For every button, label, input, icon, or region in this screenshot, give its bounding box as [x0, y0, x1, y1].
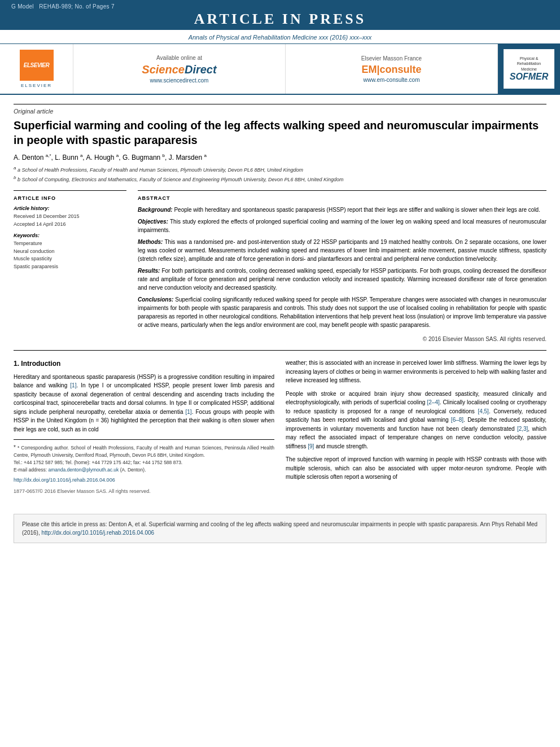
- author-marsden-sup: a: [204, 153, 206, 158]
- doi-copyright: 1877-0657/© 2016 Elsevier Masson SAS. Al…: [14, 488, 274, 496]
- objectives-text: This study explored the effects of prolo…: [138, 219, 546, 233]
- section-divider: [14, 350, 546, 351]
- intro-col2-p3: The subjective report of improved functi…: [286, 455, 546, 482]
- article-content: Original article Superficial warming and…: [0, 95, 560, 505]
- ref-6-8[interactable]: [6–8]: [451, 417, 463, 423]
- methods-text: This was a randomised pre- and post-inte…: [138, 239, 546, 262]
- abstract-methods: Methods: This was a randomised pre- and …: [138, 238, 546, 263]
- abstract-conclusions: Conclusions: Superficial cooling signifi…: [138, 295, 546, 329]
- author-bugmann-sup: b: [163, 153, 165, 158]
- author-bugmann: G. Bugmann: [123, 154, 160, 161]
- history-label: Article history:: [14, 206, 126, 211]
- affiliation-b: b b School of Computing, Electronics and…: [14, 174, 546, 184]
- author-hough-sup: a: [116, 153, 119, 158]
- sciencedirect-logo: ScienceDirect: [142, 63, 216, 76]
- footnote-email: E-mail address: amanda.denton@plymouth.a…: [14, 466, 274, 474]
- sofmer-logo: SOFMER: [510, 72, 548, 82]
- intro-col2-p2: People with stroke or acquired brain inj…: [286, 390, 546, 451]
- methods-label: Methods:: [138, 239, 163, 245]
- elsevier-sub-text: ELSEVIER: [20, 83, 54, 88]
- sd-logo-orange: Science: [142, 63, 185, 76]
- author-hough: A. Hough: [86, 154, 114, 161]
- footnote-star: * * Corresponding author. School of Heal…: [14, 443, 274, 459]
- available-online-text: Available online at: [156, 55, 202, 61]
- footnote-email-link[interactable]: amanda.denton@plymouth.ac.uk: [48, 467, 119, 473]
- ref-2-4[interactable]: [2–4]: [427, 399, 440, 405]
- article-title: Superficial warming and cooling of the l…: [14, 118, 546, 147]
- intro-col2-p1: weather; this is associated with an incr…: [286, 359, 546, 385]
- em-country-text: Elsevier Masson France: [361, 55, 422, 62]
- publisher-row: ELSEVIER ELSEVIER Available online at Sc…: [0, 44, 560, 95]
- top-banner: G Model REHAB-989; No. of Pages 7 ARTICL…: [0, 0, 560, 30]
- abstract-results: Results: For both participants and contr…: [138, 267, 546, 292]
- footnote-tel: Tel.: +44 1752 587 985; Tel. (home): +44…: [14, 459, 274, 466]
- doi-url: http://dx.doi.org/10.1016/j.rehab.2016.0…: [14, 477, 274, 484]
- sofmer-inner: Physical &RehabilitationMedicine SOFMER: [504, 49, 554, 89]
- model-info: G Model REHAB-989; No. of Pages 7: [0, 3, 560, 10]
- authors-line: A. Denton a,*, L. Bunn a, A. Hough a, G.…: [14, 153, 546, 161]
- citation-box: Please cite this article in press as: De…: [14, 514, 546, 543]
- sciencedirect-block: Available online at ScienceDirect www.sc…: [73, 44, 286, 94]
- doi-copyright-text: 1877-0657/© 2016 Elsevier Masson SAS. Al…: [14, 488, 151, 494]
- keywords-list: Temperature Neural conduction Muscle spa…: [14, 240, 126, 270]
- affiliations: a a School of Health Professions, Facult…: [14, 165, 546, 184]
- abstract-background: Background: People with hereditary and s…: [138, 206, 546, 214]
- article-info-panel: ARTICLE INFO Article history: Received 1…: [14, 190, 126, 342]
- background-label: Background:: [138, 207, 173, 213]
- article-type-label: Original article: [14, 104, 546, 115]
- abstract-copyright: © 2016 Elsevier Masson SAS. All rights r…: [138, 334, 546, 342]
- ref-1[interactable]: [1]: [70, 382, 76, 388]
- ref-9[interactable]: [9]: [308, 443, 314, 449]
- results-label: Results:: [138, 268, 160, 274]
- doi-link[interactable]: http://dx.doi.org/10.1016/j.rehab.2016.0…: [14, 477, 115, 483]
- sofmer-title: Physical &RehabilitationMedicine: [517, 56, 541, 71]
- affiliation-a: a a School of Health Professions, Facult…: [14, 165, 546, 174]
- ref-2-3[interactable]: [2,3]: [517, 426, 528, 432]
- objectives-label: Objectives:: [138, 219, 168, 225]
- conclusions-label: Conclusions:: [138, 296, 173, 303]
- author-bunn-sup: a: [80, 153, 82, 158]
- footnotes: * * Corresponding author. School of Heal…: [14, 439, 274, 473]
- rehab-label: REHAB-989; No. of Pages 7: [39, 3, 115, 10]
- results-text: For both participants and controls, cool…: [138, 268, 546, 291]
- elsevier-logo-block: ELSEVIER ELSEVIER: [0, 44, 73, 94]
- author-marsden: J. Marsden: [169, 154, 202, 161]
- sofmer-block: Physical &RehabilitationMedicine SOFMER: [498, 44, 560, 94]
- sciencedirect-url[interactable]: www.sciencedirect.com: [150, 77, 209, 84]
- background-text: People with hereditary and spontaneous s…: [174, 207, 540, 213]
- keywords-label: Keywords:: [14, 233, 126, 238]
- abstract-heading: ABSTRACT: [138, 195, 546, 201]
- received-date: Received 18 December 2015 Accepted 14 Ap…: [14, 213, 126, 228]
- em-logo-consulte: consulte: [380, 64, 422, 75]
- author-denton-sup: a,*: [46, 153, 51, 158]
- article-in-press-title: ARTICLE IN PRESS: [0, 11, 560, 28]
- author-denton: A. Denton: [14, 154, 43, 161]
- g-model-label: G Model: [11, 3, 34, 10]
- journal-title: Annals of Physical and Rehabilitation Me…: [189, 34, 372, 41]
- intro-heading: 1. Introduction: [14, 359, 274, 369]
- intro-two-col: 1. Introduction Hereditary and spontaneo…: [14, 359, 546, 496]
- emconsulte-logo: EM|consulte: [361, 64, 421, 76]
- em-logo-blue: EM: [361, 64, 377, 75]
- intro-col1: 1. Introduction Hereditary and spontaneo…: [14, 359, 274, 496]
- elsevier-icon-text: ELSEVIER: [24, 62, 49, 68]
- emconsulte-block: Elsevier Masson France EM|consulte www.e…: [286, 44, 498, 94]
- intro-col1-p1: Hereditary and spontaneous spastic parap…: [14, 373, 274, 434]
- journal-header: Annals of Physical and Rehabilitation Me…: [0, 30, 560, 44]
- ref-4-5[interactable]: [4,5]: [478, 408, 488, 414]
- ref-1b[interactable]: [1]: [186, 409, 192, 415]
- sd-logo-blue: Direct: [185, 63, 217, 76]
- intro-col2: weather; this is associated with an incr…: [286, 359, 546, 496]
- abstract-objectives: Objectives: This study explored the effe…: [138, 217, 546, 234]
- author-bunn: L. Bunn: [55, 154, 78, 161]
- article-info-heading: ARTICLE INFO: [14, 195, 126, 201]
- citation-link[interactable]: http://dx.doi.org/10.1016/j.rehab.2016.0…: [41, 530, 154, 536]
- conclusions-text: Superficial cooling significantly reduce…: [138, 296, 546, 328]
- emconsulte-url[interactable]: www.em-consulte.com: [363, 77, 419, 83]
- info-abstract-row: ARTICLE INFO Article history: Received 1…: [14, 190, 546, 342]
- abstract-panel: ABSTRACT Background: People with heredit…: [138, 190, 546, 342]
